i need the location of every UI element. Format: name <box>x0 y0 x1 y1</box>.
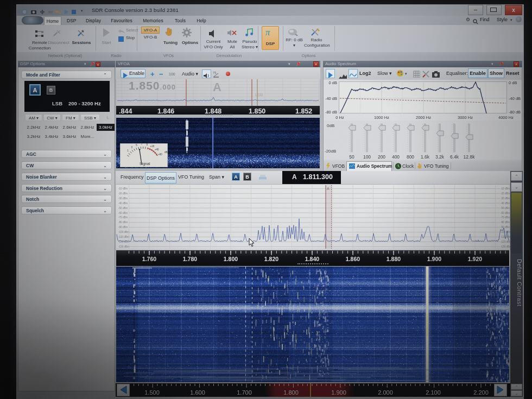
svg-text:+20: +20 <box>150 145 155 148</box>
svg-text:.844: .844 <box>119 107 132 115</box>
svg-text:1.848: 1.848 <box>205 107 221 115</box>
svg-text:1.846: 1.846 <box>157 107 174 115</box>
svg-text:+40: +40 <box>155 148 159 151</box>
svg-text:+60: +60 <box>158 153 162 156</box>
svg-text:1.850: 1.850 <box>249 107 265 115</box>
svg-text:Signal: Signal <box>140 162 150 166</box>
svg-text:dB: dB <box>164 151 168 154</box>
svg-text:1.852: 1.852 <box>295 107 312 115</box>
svg-text:75: 75 <box>213 71 217 74</box>
